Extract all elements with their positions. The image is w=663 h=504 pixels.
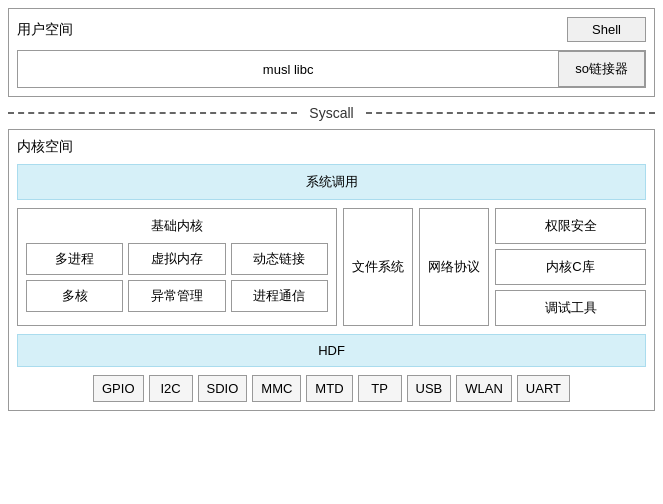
musl-libc-label: musl libc bbox=[18, 54, 558, 85]
kernel-middle-row: 基础内核 多进程虚拟内存动态链接多核异常管理进程通信 文件系统 网络协议 权限安… bbox=[17, 208, 646, 326]
hardware-item[interactable]: I2C bbox=[149, 375, 193, 402]
right-column: 权限安全内核C库调试工具 bbox=[495, 208, 646, 326]
shell-button[interactable]: Shell bbox=[567, 17, 646, 42]
kernel-space-title: 内核空间 bbox=[17, 138, 646, 156]
kernel-space-section: 内核空间 系统调用 基础内核 多进程虚拟内存动态链接多核异常管理进程通信 文件系… bbox=[8, 129, 655, 411]
hardware-item[interactable]: USB bbox=[407, 375, 452, 402]
kernel-grid-item: 多进程 bbox=[26, 243, 123, 275]
right-column-item: 内核C库 bbox=[495, 249, 646, 285]
network-protocol-box: 网络协议 bbox=[419, 208, 489, 326]
musl-row: musl libc so链接器 bbox=[17, 50, 646, 88]
hdf-box: HDF bbox=[17, 334, 646, 367]
syscall-line-right bbox=[366, 112, 655, 114]
kernel-grid-item: 异常管理 bbox=[128, 280, 225, 312]
user-space-section: 用户空间 Shell musl libc so链接器 bbox=[8, 8, 655, 97]
kernel-grid-item: 多核 bbox=[26, 280, 123, 312]
kernel-grid-item: 虚拟内存 bbox=[128, 243, 225, 275]
file-system-box: 文件系统 bbox=[343, 208, 413, 326]
hardware-item[interactable]: GPIO bbox=[93, 375, 144, 402]
hardware-row: GPIOI2CSDIOMMCMTDTPUSBWLANUART bbox=[17, 375, 646, 402]
right-column-item: 调试工具 bbox=[495, 290, 646, 326]
system-call-box: 系统调用 bbox=[17, 164, 646, 200]
kernel-items-grid: 多进程虚拟内存动态链接多核异常管理进程通信 bbox=[26, 243, 328, 312]
user-space-header: 用户空间 Shell bbox=[17, 17, 646, 42]
hardware-item[interactable]: TP bbox=[358, 375, 402, 402]
hardware-item[interactable]: WLAN bbox=[456, 375, 512, 402]
kernel-grid-item: 动态链接 bbox=[231, 243, 328, 275]
right-column-item: 权限安全 bbox=[495, 208, 646, 244]
kernel-grid-item: 进程通信 bbox=[231, 280, 328, 312]
hardware-item[interactable]: SDIO bbox=[198, 375, 248, 402]
hardware-item[interactable]: MMC bbox=[252, 375, 301, 402]
hardware-item[interactable]: UART bbox=[517, 375, 570, 402]
syscall-label: Syscall bbox=[297, 105, 365, 121]
syscall-line-left bbox=[8, 112, 297, 114]
hardware-item[interactable]: MTD bbox=[306, 375, 352, 402]
so-linker-button[interactable]: so链接器 bbox=[558, 51, 645, 87]
basic-kernel-box: 基础内核 多进程虚拟内存动态链接多核异常管理进程通信 bbox=[17, 208, 337, 326]
syscall-divider: Syscall bbox=[8, 105, 655, 121]
main-container: 用户空间 Shell musl libc so链接器 Syscall 内核空间 … bbox=[0, 0, 663, 419]
user-space-title: 用户空间 bbox=[17, 21, 73, 39]
basic-kernel-title: 基础内核 bbox=[26, 217, 328, 235]
